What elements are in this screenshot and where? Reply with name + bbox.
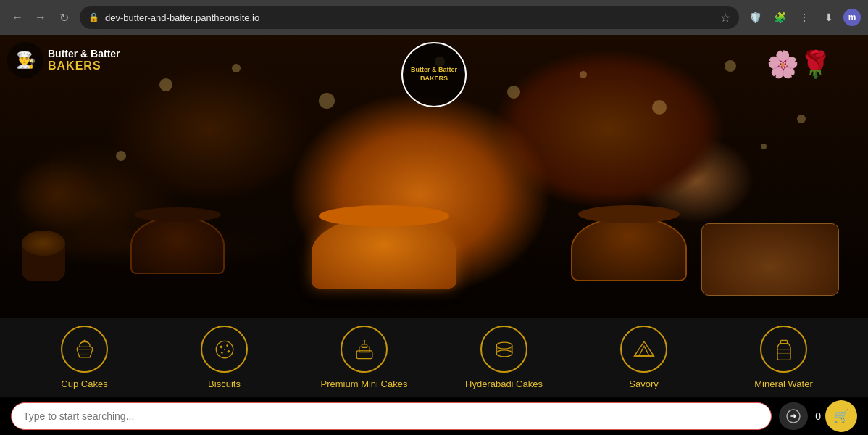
shield-icon-btn[interactable]: 🛡️: [745, 7, 765, 28]
browser-menu-btn[interactable]: ⋮: [794, 7, 814, 28]
category-item-premium-mini-cakes[interactable]: Premium Mini Cakes: [294, 326, 434, 389]
center-logo-text: Butter & Batter BAKERS: [411, 66, 457, 83]
svg-point-15: [496, 349, 512, 356]
mineral-water-icon-circle: [760, 326, 807, 373]
biscuits-icon-circle: [201, 326, 248, 373]
address-bar-container: 🔒 ☆: [80, 6, 739, 29]
svg-point-5: [221, 352, 223, 354]
svg-rect-9: [362, 344, 367, 347]
logo-line1: Butter & Batter: [48, 48, 120, 59]
cart-count-display: 0: [815, 410, 821, 422]
download-btn[interactable]: ⬇: [819, 7, 839, 28]
svg-point-11: [363, 339, 365, 341]
svg-point-6: [224, 349, 225, 350]
sweets-right: [701, 209, 846, 296]
search-input-container: [11, 402, 772, 430]
browser-actions: 🛡️ 🧩 ⋮ ⬇ m: [745, 7, 861, 28]
cupcake-icon-circle: [61, 326, 108, 373]
forward-button[interactable]: →: [30, 7, 51, 28]
savory-label: Savory: [629, 378, 658, 389]
refresh-button[interactable]: ↻: [54, 7, 74, 28]
search-bar-wrap: 0 🛒: [0, 397, 868, 435]
flowers-decoration: 🌸🌹: [767, 49, 832, 80]
search-submit-button[interactable]: [779, 402, 808, 430]
back-button[interactable]: ←: [7, 7, 28, 28]
cart-area: 0 🛒: [815, 400, 857, 432]
category-item-cupcakes[interactable]: Cup Cakes: [14, 326, 154, 389]
hero-banner: 👨‍🍳 Butter & Batter BAKERS Butter & Batt…: [0, 35, 868, 318]
logo-topleft: 👨‍🍳 Butter & Batter BAKERS: [7, 42, 120, 78]
address-bar-input[interactable]: [105, 12, 714, 23]
premium-mini-cakes-label: Premium Mini Cakes: [321, 378, 408, 389]
extensions-btn[interactable]: 🧩: [769, 7, 790, 28]
nav-buttons: ← → ↻: [7, 7, 74, 28]
category-item-biscuits[interactable]: Biscuits: [154, 326, 294, 389]
water-bottle-icon: [771, 336, 797, 362]
search-arrow-icon: [786, 409, 801, 423]
biscuits-label: Biscuits: [208, 378, 241, 389]
right-cake: [571, 187, 687, 281]
logo-line2: BAKERS: [48, 59, 120, 72]
savory-icon: [631, 336, 657, 362]
category-item-hyderabadi-cakes[interactable]: Hyderabadi Cakes: [434, 326, 574, 389]
cart-button[interactable]: 🛒: [825, 400, 857, 432]
cupcake-icon: [72, 336, 98, 362]
logo-text: Butter & Batter BAKERS: [48, 48, 120, 72]
cupcake-left: [14, 223, 72, 281]
bookmark-icon[interactable]: ☆: [720, 11, 730, 25]
center-logo: Butter & Batter BAKERS: [401, 42, 467, 107]
hyderabadi-cakes-icon-circle: [480, 326, 527, 373]
mini-cakes-icon-circle: [341, 326, 388, 373]
svg-point-3: [226, 344, 228, 347]
left-cake: [130, 194, 225, 274]
category-bar: Cup Cakes Biscuits: [0, 318, 868, 397]
biscuit-icon: [212, 336, 238, 362]
category-item-mineral-water[interactable]: Mineral Water: [714, 326, 854, 389]
category-item-savory[interactable]: Savory: [574, 326, 714, 389]
mineral-water-label: Mineral Water: [754, 378, 812, 389]
logo-icon: 👨‍🍳: [7, 42, 43, 78]
savory-icon-circle: [620, 326, 667, 373]
page-content: 👨‍🍳 Butter & Batter BAKERS Butter & Batt…: [0, 35, 868, 435]
svg-point-4: [227, 349, 230, 352]
mini-cake-icon: [351, 336, 377, 362]
svg-point-2: [220, 345, 222, 348]
svg-point-12: [496, 342, 512, 349]
search-input[interactable]: [23, 410, 759, 422]
center-cake: [312, 173, 456, 289]
drum-cake-icon: [491, 336, 517, 362]
browser-chrome: ← → ↻ 🔒 ☆ 🛡️ 🧩 ⋮ ⬇ m: [0, 0, 868, 35]
user-avatar[interactable]: m: [843, 9, 861, 26]
svg-point-0: [83, 339, 86, 342]
lock-icon: 🔒: [88, 12, 99, 22]
hyderabadi-cakes-label: Hyderabadi Cakes: [465, 378, 543, 389]
cupcake-label: Cup Cakes: [61, 378, 107, 389]
